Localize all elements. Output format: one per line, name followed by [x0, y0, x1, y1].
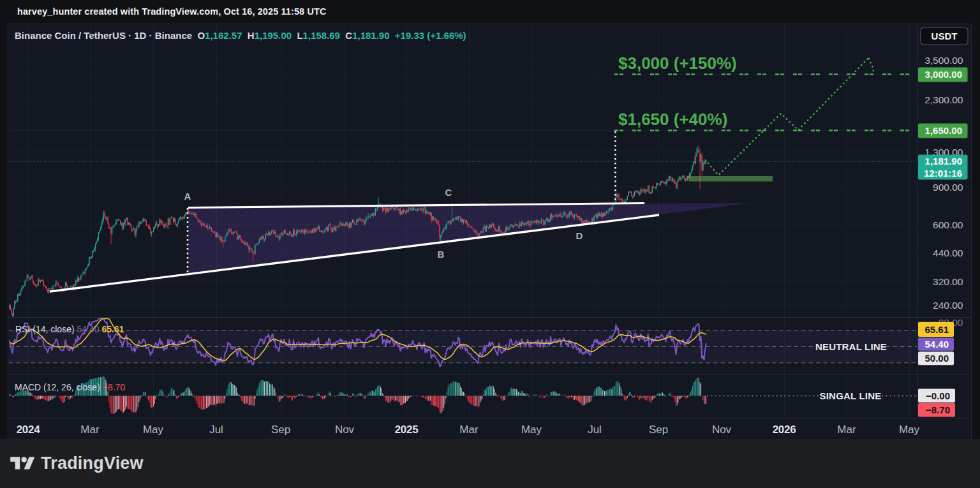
svg-text:Nov: Nov	[712, 424, 732, 436]
svg-text:RSI (14, close) 54.40 65.61: RSI (14, close) 54.40 65.61	[15, 324, 124, 334]
svg-text:−8.70: −8.70	[926, 404, 950, 415]
svg-text:1,650.00: 1,650.00	[925, 125, 962, 136]
svg-text:440.00: 440.00	[933, 248, 963, 258]
svg-text:65.61: 65.61	[924, 324, 949, 335]
svg-text:240.00: 240.00	[933, 300, 963, 311]
svg-text:Binance Coin / TetherUS · 1D ·: Binance Coin / TetherUS · 1D · Binance O…	[15, 30, 466, 41]
svg-text:Mar: Mar	[837, 424, 856, 436]
svg-text:320.00: 320.00	[933, 276, 963, 287]
svg-text:D: D	[576, 230, 583, 241]
svg-text:B: B	[438, 249, 445, 260]
svg-text:Jul: Jul	[209, 424, 223, 436]
svg-text:NEUTRAL LINE: NEUTRAL LINE	[815, 341, 887, 352]
svg-text:600.00: 600.00	[933, 219, 963, 230]
svg-text:Sep: Sep	[649, 424, 668, 436]
svg-text:2,300.00: 2,300.00	[924, 94, 963, 105]
svg-text:$3,000 (+150%): $3,000 (+150%)	[618, 54, 737, 73]
svg-text:3,000.00: 3,000.00	[925, 69, 962, 80]
svg-text:2025: 2025	[395, 424, 419, 436]
svg-text:$1,650 (+40%): $1,650 (+40%)	[618, 110, 727, 129]
svg-text:2026: 2026	[773, 424, 796, 436]
svg-text:−0.00: −0.00	[926, 390, 950, 401]
svg-text:2024: 2024	[17, 424, 40, 436]
svg-text:A: A	[184, 191, 191, 202]
svg-text:54.40: 54.40	[924, 339, 949, 350]
svg-text:1,181.90: 1,181.90	[925, 156, 962, 166]
svg-text:Nov: Nov	[335, 424, 355, 436]
svg-text:May: May	[143, 424, 164, 436]
svg-text:Mar: Mar	[459, 424, 479, 436]
svg-text:Sep: Sep	[271, 424, 290, 436]
svg-text:3,500.00: 3,500.00	[924, 55, 963, 66]
svg-text:May: May	[521, 424, 542, 436]
svg-text:SINGAL LINE: SINGAL LINE	[820, 390, 882, 401]
svg-text:MACD (12, 26, close) −8.70: MACD (12, 26, close) −8.70	[15, 382, 125, 392]
svg-text:Jul: Jul	[588, 424, 602, 436]
svg-text:May: May	[899, 424, 920, 436]
svg-text:900.00: 900.00	[933, 182, 963, 193]
svg-text:C: C	[445, 187, 452, 198]
svg-text:USDT: USDT	[932, 31, 958, 41]
svg-text:12:01:16: 12:01:16	[924, 168, 962, 179]
svg-text:Mar: Mar	[80, 424, 100, 436]
svg-text:50.00: 50.00	[924, 353, 949, 364]
